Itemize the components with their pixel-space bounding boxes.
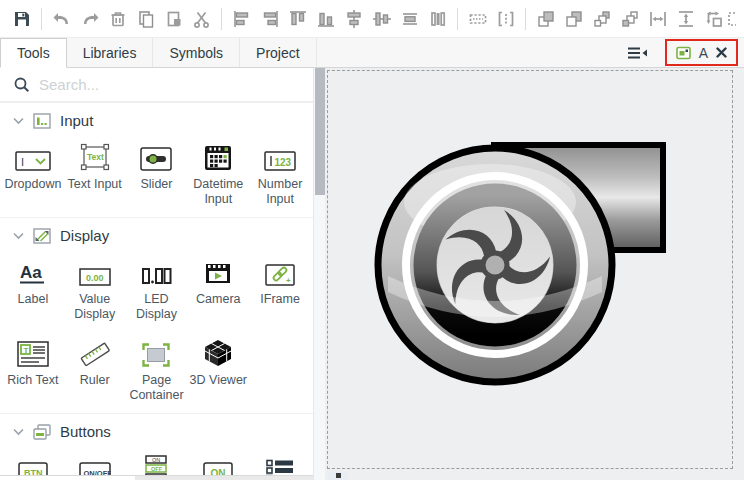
tab-libraries[interactable]: Libraries	[67, 38, 154, 67]
align-middle-horizontal-icon	[400, 9, 420, 29]
fit-size-icon	[704, 9, 724, 29]
page-container-icon	[142, 343, 170, 367]
panel-tabbar: Tools Libraries Symbols Project A	[0, 38, 744, 68]
overflow-partial-button[interactable]	[728, 5, 736, 33]
widget-datetime-input[interactable]: Datetime Input	[187, 139, 249, 207]
dropdown-icon: I	[15, 151, 51, 171]
undo-icon	[52, 9, 72, 29]
text-input-icon: Text	[80, 143, 110, 171]
sidebar-bottom-edge	[0, 475, 313, 480]
led-display-icon	[141, 266, 172, 286]
align-middle-horizontal-button[interactable]	[396, 5, 423, 33]
scissors-icon	[192, 9, 212, 29]
value-display-icon: 0.00	[79, 268, 111, 286]
space-horizontal-icon	[648, 9, 668, 29]
tab-tools[interactable]: Tools	[0, 38, 67, 68]
section-header-buttons[interactable]: Buttons	[0, 414, 313, 446]
canvas-corner-chip	[328, 472, 348, 480]
save-icon	[12, 9, 32, 29]
collapse-panel-button[interactable]	[617, 38, 657, 67]
undo-button[interactable]	[48, 5, 75, 33]
section-input: Input I Dropdown Text Text Input Slider …	[0, 102, 313, 217]
bring-to-front-icon	[536, 9, 556, 29]
widget-led-display[interactable]: LED Display	[126, 254, 188, 322]
align-top-icon	[288, 9, 308, 29]
align-top-button[interactable]	[284, 5, 311, 33]
widget-number-input[interactable]: 123 Number Input	[249, 139, 311, 207]
section-display: Display Aa Label 0.00 Value Display LED …	[0, 217, 313, 413]
dotted-square-icon	[728, 9, 736, 29]
copy-button[interactable]	[132, 5, 159, 33]
search-input[interactable]	[39, 76, 289, 93]
delete-button[interactable]	[104, 5, 131, 33]
align-center-horizontal-button[interactable]	[340, 5, 367, 33]
toolbar-separator	[221, 8, 222, 30]
align-center-vertical-icon	[372, 9, 392, 29]
distribute-vertical-button[interactable]	[492, 5, 519, 33]
send-backward-button[interactable]	[616, 5, 643, 33]
distribute-vertical-icon	[496, 9, 516, 29]
tab-project[interactable]: Project	[240, 38, 317, 67]
scrollbar-thumb[interactable]	[315, 68, 325, 195]
iframe-icon: +	[265, 264, 295, 286]
section-label: Input	[60, 112, 93, 129]
svg-text:Text: Text	[87, 152, 104, 162]
redo-button[interactable]	[76, 5, 103, 33]
widget-page-container[interactable]: Page Container	[126, 335, 188, 403]
align-bottom-icon	[316, 9, 336, 29]
widget-rich-text[interactable]: T Rich Text	[2, 335, 64, 403]
bring-to-front-button[interactable]	[532, 5, 559, 33]
space-vertical-icon	[676, 9, 696, 29]
close-icon[interactable]	[716, 47, 727, 58]
main-toolbar	[0, 0, 744, 38]
search-bar	[0, 68, 313, 102]
bring-forward-icon	[592, 9, 612, 29]
distribute-horizontal-button[interactable]	[464, 5, 491, 33]
align-left-button[interactable]	[228, 5, 255, 33]
tab-symbols[interactable]: Symbols	[153, 38, 240, 67]
bring-forward-button[interactable]	[588, 5, 615, 33]
fit-size-button[interactable]	[700, 5, 727, 33]
align-middle-vertical-button[interactable]	[424, 5, 451, 33]
save-button[interactable]	[8, 5, 35, 33]
align-middle-vertical-icon	[428, 9, 448, 29]
sidebar-scrollbar[interactable]	[313, 68, 325, 480]
widget-camera[interactable]: Camera	[187, 254, 249, 322]
align-center-horizontal-icon	[344, 9, 364, 29]
widget-slider[interactable]: Slider	[126, 139, 188, 207]
widget-value-display[interactable]: 0.00 Value Display	[64, 254, 126, 322]
datetime-icon	[204, 145, 232, 171]
widget-iframe[interactable]: + IFrame	[249, 254, 311, 322]
paste-button[interactable]	[160, 5, 187, 33]
space-horizontal-button[interactable]	[644, 5, 671, 33]
svg-text:+: +	[286, 276, 291, 285]
toolbar-separator	[457, 8, 458, 30]
widget-text-input[interactable]: Text Text Input	[64, 139, 126, 207]
buttons-section-icon	[33, 424, 51, 440]
widget-ruler[interactable]: Ruler	[64, 335, 126, 403]
label-icon: Aa	[18, 262, 48, 286]
chevron-down-icon	[13, 232, 24, 240]
ruler-icon	[78, 341, 112, 367]
svg-text:ON: ON	[152, 457, 160, 463]
widget-3d-viewer[interactable]: 3D Viewer	[187, 335, 249, 403]
page-icon	[676, 46, 691, 60]
align-bottom-button[interactable]	[312, 5, 339, 33]
align-center-vertical-button[interactable]	[368, 5, 395, 33]
section-header-display[interactable]: Display	[0, 218, 313, 250]
editor-canvas[interactable]	[325, 68, 744, 480]
svg-text:T: T	[23, 346, 28, 355]
align-left-icon	[232, 9, 252, 29]
widget-label[interactable]: Aa Label	[2, 254, 64, 322]
redo-icon	[80, 9, 100, 29]
section-header-input[interactable]: Input	[0, 103, 313, 135]
display-section-icon	[33, 228, 51, 244]
space-vertical-button[interactable]	[672, 5, 699, 33]
page-tab-a[interactable]: A	[676, 45, 727, 61]
send-to-back-button[interactable]	[560, 5, 587, 33]
align-right-button[interactable]	[256, 5, 283, 33]
section-label: Buttons	[60, 423, 111, 440]
centrifugal-pump-graphic[interactable]	[372, 140, 668, 392]
cut-button[interactable]	[188, 5, 215, 33]
widget-dropdown[interactable]: I Dropdown	[2, 139, 64, 207]
